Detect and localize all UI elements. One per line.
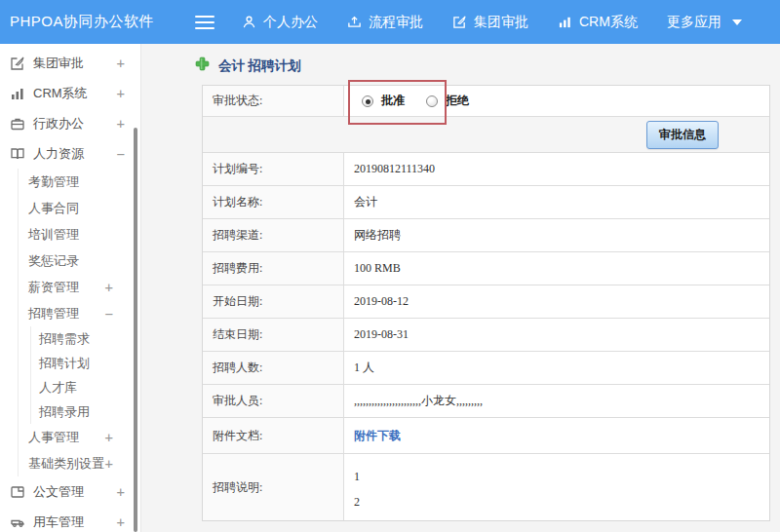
field-label: 计划编号: <box>203 153 344 185</box>
field-label: 附件文档: <box>203 418 344 453</box>
expand-toggle[interactable]: + <box>117 86 125 101</box>
field-row-attachment: 附件文档: 附件下载 <box>203 418 769 454</box>
field-label: 审批人员: <box>203 385 344 417</box>
recruit-submenu: 招聘需求 招聘计划 人才库 招聘录用 <box>30 326 140 424</box>
vehicle-icon <box>10 514 25 530</box>
sidebar-item-hr[interactable]: 人力资源 − <box>0 138 140 169</box>
sidebar-item-rewards[interactable]: 奖惩记录 <box>19 247 140 274</box>
sidebar-item-hr-contract[interactable]: 人事合同 <box>19 195 140 221</box>
field-label: 招聘费用: <box>203 252 344 285</box>
sidebar-item-base-category[interactable]: 基础类别设置 + <box>19 450 140 476</box>
field-row-plan-number: 计划编号: 20190812111340 <box>203 153 769 186</box>
main-content: 会计 招聘计划 审批状态: 批准 拒绝 审批信息 <box>141 44 780 532</box>
expand-toggle[interactable]: + <box>105 456 113 472</box>
collapse-toggle[interactable]: − <box>117 146 125 162</box>
field-row-headcount: 招聘人数: 1 人 <box>203 352 769 385</box>
edit-square-icon <box>10 56 25 71</box>
sidebar: 集团审批 + CRM系统 + 行政办公 + <box>0 44 141 532</box>
field-value: 2019-08-31 <box>344 319 769 351</box>
radio-approve[interactable] <box>362 95 373 107</box>
radio-reject-label: 拒绝 <box>446 93 469 109</box>
field-row-end-date: 结束日期: 2019-08-31 <box>203 319 769 352</box>
expand-toggle[interactable]: + <box>117 484 125 500</box>
sidebar-item-recruit-demand[interactable]: 招聘需求 <box>31 326 140 351</box>
field-label: 计划名称: <box>203 186 344 218</box>
sidebar-item-group-approval[interactable]: 集团审批 + <box>0 48 140 78</box>
top-bar: PHPOA协同办公软件 个人办公 流程审批 <box>0 0 780 44</box>
approval-radio-group: 批准 拒绝 <box>354 93 483 109</box>
nav-process-approval[interactable]: 流程审批 <box>347 14 423 31</box>
field-row-start-date: 开始日期: 2019-08-12 <box>203 285 769 319</box>
hamburger-menu-icon[interactable] <box>195 16 214 29</box>
user-icon <box>242 15 256 29</box>
sidebar-item-documents[interactable]: 公文管理 + <box>0 476 140 507</box>
description-line: 2 <box>354 489 360 514</box>
field-value: 会计 <box>344 186 769 218</box>
plus-icon <box>195 57 210 75</box>
sidebar-item-salary[interactable]: 薪资管理 + <box>19 274 140 300</box>
approval-info-button[interactable]: 审批信息 <box>646 121 719 149</box>
field-label: 结束日期: <box>203 319 344 351</box>
caret-down-icon <box>732 19 742 25</box>
nav-personal-office[interactable]: 个人办公 <box>242 14 318 31</box>
sidebar-item-attendance[interactable]: 考勤管理 <box>19 169 140 195</box>
field-label: 招聘说明: <box>203 454 344 520</box>
process-icon <box>347 15 362 29</box>
expand-toggle[interactable]: + <box>117 116 125 132</box>
sidebar-item-vehicle[interactable]: 用车管理 + <box>0 507 140 532</box>
nav-group-approval[interactable]: 集团审批 <box>452 14 528 31</box>
bar-chart-icon <box>10 86 25 101</box>
sidebar-scrollbar[interactable] <box>134 128 137 532</box>
field-row-channel: 招聘渠道: 网络招聘 <box>203 219 769 252</box>
field-label: 审批状态: <box>203 86 344 116</box>
field-row-cost: 招聘费用: 100 RMB <box>203 252 769 285</box>
expand-toggle[interactable]: + <box>117 56 125 71</box>
expand-toggle[interactable]: + <box>105 430 113 445</box>
field-value: ,,,,,,,,,,,,,,,,,,,,,,,小龙女,,,,,,,,, <box>344 385 769 417</box>
sidebar-item-recruit-hire[interactable]: 招聘录用 <box>31 399 140 424</box>
book-icon <box>10 146 25 162</box>
collapse-toggle[interactable]: − <box>105 306 113 322</box>
sidebar-item-recruit-plan[interactable]: 招聘计划 <box>31 351 140 375</box>
radio-reject[interactable] <box>426 95 438 107</box>
sidebar-item-recruit-mgmt[interactable]: 招聘管理 − <box>19 300 140 326</box>
document-icon <box>10 484 25 500</box>
expand-toggle[interactable]: + <box>117 514 125 530</box>
attachment-download-link[interactable]: 附件下载 <box>354 428 401 444</box>
sidebar-item-talent-pool[interactable]: 人才库 <box>31 375 140 399</box>
approval-status-row: 审批状态: 批准 拒绝 <box>203 86 769 117</box>
app-title: PHPOA协同办公软件 <box>0 13 185 31</box>
edit-square-icon <box>452 15 467 29</box>
field-value: 100 RMB <box>344 252 769 285</box>
field-value: 20190812111340 <box>344 153 769 185</box>
sidebar-item-training[interactable]: 培训管理 <box>19 221 140 247</box>
field-value: 2019-08-12 <box>344 285 769 318</box>
sidebar-item-crm[interactable]: CRM系统 + <box>0 78 140 108</box>
nav-crm-system[interactable]: CRM系统 <box>558 14 638 31</box>
field-value: 1 人 <box>344 352 769 384</box>
field-label: 开始日期: <box>203 285 344 318</box>
field-row-plan-name: 计划名称: 会计 <box>203 186 769 219</box>
top-navigation: 个人办公 流程审批 集团审批 CRM系统 <box>242 14 771 31</box>
radio-approve-label: 批准 <box>381 93 405 109</box>
expand-toggle[interactable]: + <box>105 280 113 295</box>
field-row-description: 招聘说明: 1 2 <box>203 454 769 520</box>
recruit-plan-detail-table: 审批状态: 批准 拒绝 审批信息 计划编号: 20190812111340 <box>202 85 770 521</box>
sidebar-item-personnel-mgmt[interactable]: 人事管理 + <box>19 424 140 450</box>
approval-button-row: 审批信息 <box>203 117 769 153</box>
field-value: 网络招聘 <box>344 219 769 251</box>
description-line: 1 <box>354 464 360 489</box>
field-label: 招聘渠道: <box>203 219 344 251</box>
field-label: 招聘人数: <box>203 352 344 384</box>
briefcase-icon <box>10 116 25 132</box>
bar-chart-icon <box>558 15 572 29</box>
page-title: 会计 招聘计划 <box>195 57 780 75</box>
field-row-approvers: 审批人员: ,,,,,,,,,,,,,,,,,,,,,,,小龙女,,,,,,,,… <box>203 385 769 418</box>
nav-more-apps[interactable]: 更多应用 <box>667 14 742 31</box>
sidebar-item-admin-office[interactable]: 行政办公 + <box>0 108 140 138</box>
hr-submenu: 考勤管理 人事合同 培训管理 奖惩记录 薪资管理 + 招聘管理 − 招聘需求 <box>18 169 140 476</box>
